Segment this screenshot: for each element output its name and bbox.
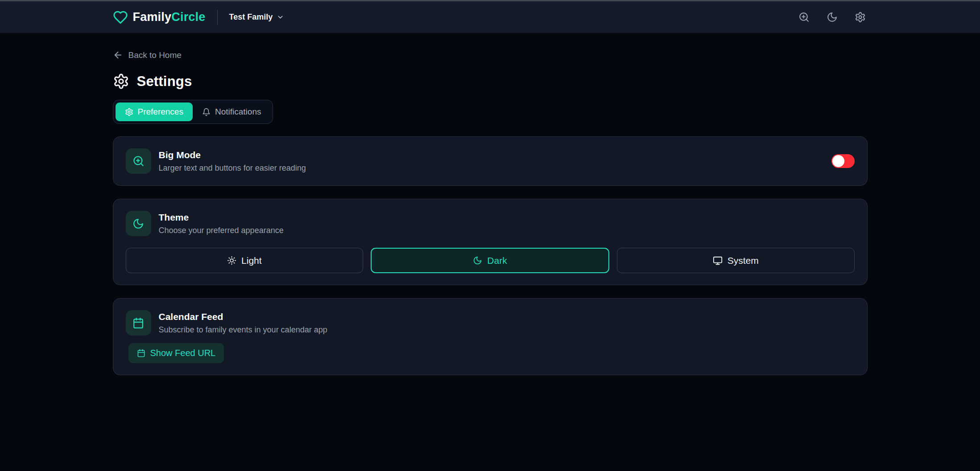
moon-icon	[132, 218, 144, 229]
theme-option-system-label: System	[728, 255, 759, 266]
theme-toggle-button[interactable]	[825, 10, 839, 25]
brand-logo[interactable]: FamilyCircle	[113, 10, 206, 25]
family-selector[interactable]: Test Family	[229, 12, 285, 22]
chevron-down-icon	[277, 13, 284, 21]
theme-options: Light Dark System	[126, 248, 855, 273]
moon-icon	[827, 12, 838, 23]
tab-notifications[interactable]: Notifications	[193, 102, 271, 121]
monitor-icon	[713, 256, 723, 266]
big-mode-toggle[interactable]	[831, 154, 855, 168]
theme-option-system[interactable]: System	[617, 248, 855, 273]
tab-preferences-label: Preferences	[138, 107, 183, 117]
settings-tabs: Preferences Notifications	[113, 100, 273, 124]
calendar-feed-card: Calendar Feed Subscribe to family events…	[113, 298, 868, 375]
bell-icon	[202, 108, 211, 116]
theme-title: Theme	[159, 212, 284, 223]
calendar-icon	[132, 317, 144, 329]
sun-icon	[227, 256, 236, 265]
back-to-home-label: Back to Home	[128, 50, 182, 60]
big-mode-title: Big Mode	[159, 150, 306, 160]
toggle-knob	[832, 155, 844, 167]
theme-description: Choose your preferred appearance	[159, 226, 284, 235]
big-mode-zoom-button[interactable]	[797, 10, 811, 25]
gear-icon	[855, 12, 866, 23]
zoom-in-icon	[798, 12, 810, 23]
gear-icon	[113, 73, 129, 90]
theme-option-light[interactable]: Light	[126, 248, 364, 273]
calendar-feed-description: Subscribe to family events in your calen…	[159, 325, 327, 335]
moon-icon	[473, 256, 482, 265]
page-title: Settings	[137, 74, 192, 90]
theme-card: Theme Choose your preferred appearance L…	[113, 199, 868, 285]
big-mode-card: Big Mode Larger text and buttons for eas…	[113, 136, 868, 186]
brand-name: FamilyCircle	[133, 10, 206, 24]
tab-notifications-label: Notifications	[215, 107, 261, 117]
calendar-feed-title: Calendar Feed	[159, 311, 327, 322]
theme-icon-box	[126, 211, 151, 236]
gear-icon	[125, 108, 133, 116]
calendar-icon	[137, 349, 145, 357]
nav-divider	[217, 10, 218, 25]
navbar: FamilyCircle Test Family	[0, 1, 980, 33]
brand-name-part2: Circle	[171, 10, 205, 24]
page-title-row: Settings	[113, 73, 868, 90]
brand-name-part1: Family	[133, 10, 172, 24]
zoom-in-icon	[132, 155, 145, 167]
theme-option-light-label: Light	[241, 255, 262, 266]
arrow-left-icon	[113, 50, 123, 60]
show-feed-url-button[interactable]: Show Feed URL	[128, 343, 224, 363]
settings-page: Back to Home Settings Preferences Notifi…	[113, 33, 868, 375]
theme-option-dark[interactable]: Dark	[371, 248, 609, 273]
theme-option-dark-label: Dark	[487, 255, 507, 266]
big-mode-icon-box	[126, 148, 151, 174]
calendar-feed-icon-box	[126, 310, 151, 336]
heart-icon	[113, 10, 128, 25]
tab-preferences[interactable]: Preferences	[116, 102, 193, 121]
show-feed-url-label: Show Feed URL	[150, 348, 216, 358]
back-to-home-link[interactable]: Back to Home	[113, 50, 182, 60]
settings-button[interactable]	[853, 10, 868, 25]
big-mode-description: Larger text and buttons for easier readi…	[159, 164, 306, 173]
family-selector-label: Test Family	[229, 12, 273, 22]
